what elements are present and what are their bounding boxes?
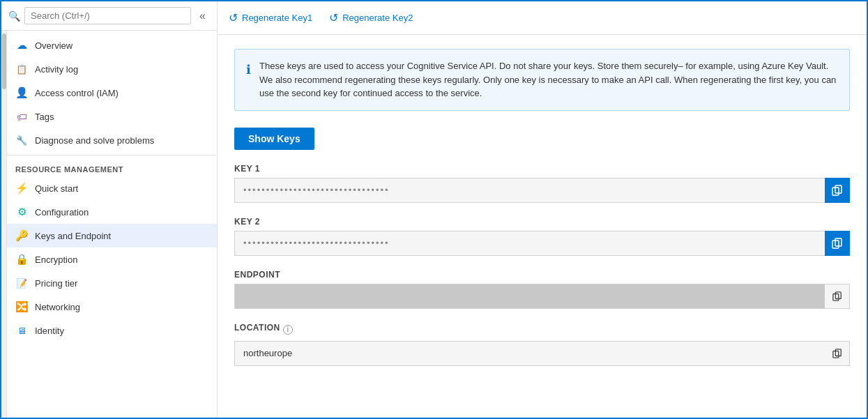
search-bar: 🔍 « [1, 1, 217, 31]
identity-icon: 🖥 [15, 324, 28, 337]
sidebar-item-label: Diagnose and solve problems [35, 135, 154, 146]
sidebar-item-quick-start[interactable]: ⚡ Quick start [7, 176, 217, 200]
sidebar-item-identity[interactable]: 🖥 Identity [7, 319, 217, 342]
sidebar-item-label: Encryption [35, 254, 77, 265]
sidebar-item-encryption[interactable]: 🔒 Encryption [7, 247, 217, 271]
access-control-icon: 👤 [15, 86, 28, 99]
networking-icon: 🔀 [15, 300, 28, 313]
copy-location-button[interactable] [825, 341, 850, 366]
toolbar: ↺ Regenerate Key1 ↺ Regenerate Key2 [218, 1, 867, 35]
info-text: These keys are used to access your Cogni… [259, 59, 838, 100]
key1-section: KEY 1 [234, 164, 850, 203]
endpoint-row [234, 284, 850, 309]
sidebar-item-label: Identity [35, 326, 64, 336]
sidebar-item-label: Overview [35, 40, 73, 51]
endpoint-label: ENDPOINT [234, 270, 850, 280]
sidebar-item-label: Quick start [35, 183, 78, 194]
pricing-icon: 📝 [15, 277, 28, 289]
main-content: ↺ Regenerate Key1 ↺ Regenerate Key2 ℹ Th… [218, 1, 867, 418]
key2-input[interactable] [234, 231, 825, 256]
location-header: LOCATION i [234, 323, 850, 337]
copy-key1-button[interactable] [825, 178, 850, 203]
copy-icon [832, 185, 843, 196]
location-label: LOCATION [234, 323, 280, 333]
sidebar-item-networking[interactable]: 🔀 Networking [7, 295, 217, 319]
search-icon: 🔍 [8, 10, 20, 22]
diagnose-icon: 🔧 [15, 134, 28, 146]
sidebar-item-tags[interactable]: 🏷 Tags [7, 105, 217, 128]
show-keys-button[interactable]: Show Keys [234, 128, 314, 150]
sidebar-item-pricing-tier[interactable]: 📝 Pricing tier [7, 271, 217, 295]
location-section: LOCATION i [234, 323, 850, 366]
collapse-button[interactable]: « [195, 8, 210, 24]
encryption-icon: 🔒 [15, 253, 28, 266]
key1-input[interactable] [234, 178, 825, 203]
refresh-icon: ↺ [229, 11, 238, 24]
sidebar-item-label: Keys and Endpoint [35, 231, 111, 241]
key1-row [234, 178, 850, 203]
regen-key1-label: Regenerate Key1 [242, 13, 312, 23]
resource-management-header: RESOURCE MANAGEMENT [7, 158, 217, 176]
endpoint-section: ENDPOINT [234, 270, 850, 309]
key2-section: KEY 2 [234, 217, 850, 256]
configuration-icon: ⚙ [15, 206, 28, 218]
sidebar-item-keys-endpoint[interactable]: 🔑 Keys and Endpoint [7, 224, 217, 247]
key2-row [234, 231, 850, 256]
regenerate-key1-button[interactable]: ↺ Regenerate Key1 [229, 8, 312, 27]
location-info-icon[interactable]: i [283, 325, 293, 335]
sidebar-nav: ☁ Overview 📋 Activity log 👤 Access contr… [7, 31, 217, 418]
sidebar-item-access-control[interactable]: 👤 Access control (IAM) [7, 81, 217, 105]
keys-icon: 🔑 [15, 229, 28, 242]
location-input[interactable] [234, 341, 825, 366]
tags-icon: 🏷 [15, 110, 28, 123]
quick-start-icon: ⚡ [15, 182, 28, 195]
key2-label: KEY 2 [234, 217, 850, 227]
endpoint-input[interactable] [234, 284, 825, 309]
sidebar-item-label: Access control (IAM) [35, 88, 119, 98]
copy-icon-2 [832, 238, 843, 249]
sidebar-item-label: Networking [35, 302, 80, 312]
content-area: ℹ These keys are used to access your Cog… [218, 35, 867, 394]
activity-log-icon: 📋 [15, 63, 28, 75]
sidebar-item-label: Activity log [35, 64, 78, 75]
copy-icon-3 [832, 291, 842, 301]
key1-label: KEY 1 [234, 164, 850, 174]
sidebar-item-diagnose[interactable]: 🔧 Diagnose and solve problems [7, 128, 217, 152]
regen-key2-label: Regenerate Key2 [342, 13, 413, 23]
copy-endpoint-button[interactable] [825, 284, 850, 309]
copy-key2-button[interactable] [825, 231, 850, 256]
sidebar: 🔍 « ☁ Overview 📋 Activity log 👤 [1, 1, 218, 418]
refresh-icon-2: ↺ [329, 11, 338, 24]
sidebar-item-activity-log[interactable]: 📋 Activity log [7, 57, 217, 81]
info-box: ℹ These keys are used to access your Cog… [234, 49, 850, 111]
search-input[interactable] [24, 7, 191, 24]
sidebar-item-overview[interactable]: ☁ Overview [7, 33, 217, 57]
sidebar-item-label: Configuration [35, 207, 89, 218]
sidebar-item-label: Tags [35, 112, 54, 122]
sidebar-item-configuration[interactable]: ⚙ Configuration [7, 200, 217, 224]
overview-icon: ☁ [15, 39, 28, 52]
info-icon: ℹ [246, 61, 251, 100]
location-row [234, 341, 850, 366]
regenerate-key2-button[interactable]: ↺ Regenerate Key2 [329, 8, 413, 27]
sidebar-item-label: Pricing tier [35, 278, 77, 289]
copy-icon-4 [832, 349, 842, 358]
